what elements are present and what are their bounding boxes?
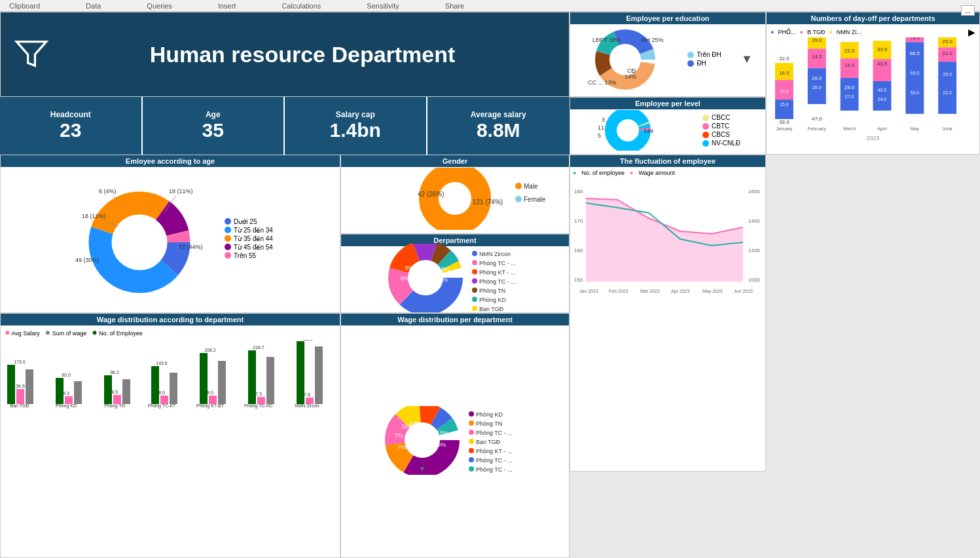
dayoff-legend-0: PHỒ...	[778, 29, 795, 35]
svg-marker-0	[16, 41, 46, 65]
svg-text:121 (74%): 121 (74%)	[473, 198, 503, 206]
svg-text:7%: 7%	[409, 282, 418, 288]
svg-text:Phòng TC - ...: Phòng TC - ...	[479, 260, 516, 267]
svg-text:Jan 2023: Jan 2023	[579, 289, 598, 293]
svg-text:20.5: 20.5	[780, 89, 789, 94]
svg-text:22.0: 22.0	[779, 56, 789, 62]
menu-data[interactable]: Data	[86, 2, 101, 10]
svg-text:29.0: 29.0	[942, 39, 953, 45]
svg-text:93.0: 93.0	[62, 373, 71, 377]
svg-point-86	[439, 183, 471, 214]
wage-chart-area: 173.0 34.6 5 Ban TGĐ 93.0 9.3 10 Phòng K…	[1, 339, 340, 555]
wage-dept-legend: ● Avg Salary ● Sum of wage ● No. of Empl…	[1, 326, 340, 339]
svg-text:10: 10	[67, 384, 72, 389]
dept-panel: Derpartment 39% 18% 16%	[340, 234, 570, 313]
edu-expand[interactable]: ▼	[741, 52, 753, 66]
svg-text:18: 18	[163, 375, 168, 380]
menu-insert[interactable]: Insert	[218, 2, 236, 10]
svg-text:April: April	[877, 126, 886, 132]
svg-text:5: 5	[18, 365, 21, 369]
svg-text:144: 144	[644, 128, 653, 134]
kpi-salary-cap: Salary cap 1.4bn	[285, 97, 427, 155]
svg-text:Ban TGĐ: Ban TGĐ	[10, 403, 29, 408]
svg-text:47.0: 47.0	[812, 116, 822, 122]
svg-point-118	[472, 297, 477, 302]
svg-text:40.5: 40.5	[878, 88, 887, 92]
age-l1: Từ 25 đến 34	[234, 227, 273, 234]
kpi-headcount-label: Headcount	[50, 110, 91, 119]
svg-text:1400: 1400	[748, 218, 760, 224]
dayoff-chart: 22.0 16.5 20.5 15.0 33.0 January 29.0 14…	[767, 37, 979, 146]
menu-calculations[interactable]: Calculations	[281, 2, 321, 10]
svg-text:11%: 11%	[423, 284, 435, 291]
edu-legend-item-0: Trên ĐH	[697, 51, 721, 58]
svg-text:Feb 2023: Feb 2023	[609, 289, 628, 293]
svg-text:Phòng TC-HC: Phòng TC-HC	[244, 403, 273, 409]
svg-point-108	[472, 251, 477, 256]
svg-text:26: 26	[211, 367, 217, 372]
svg-text:208.2: 208.2	[204, 348, 216, 352]
svg-text:30: 30	[260, 366, 265, 371]
wage-per-dept-panel: Wage distribution per department 12% 15%…	[340, 313, 570, 558]
wage-per-dept-chart: 12% 15% 15% 35% 7% 7% 10% Phòng KD Phòng…	[341, 326, 569, 555]
kpi-headcount-value: 23	[60, 119, 81, 141]
svg-rect-181	[218, 361, 226, 404]
svg-text:28.0: 28.0	[844, 84, 855, 90]
svg-text:24.0: 24.0	[878, 97, 887, 102]
svg-rect-160	[74, 381, 82, 404]
svg-text:7%: 7%	[397, 444, 406, 451]
svg-text:98.2: 98.2	[110, 370, 119, 375]
svg-text:9.3: 9.3	[63, 391, 69, 396]
svg-text:Jun 2023: Jun 2023	[734, 289, 753, 293]
svg-text:May 2023: May 2023	[702, 289, 723, 294]
svg-text:January: January	[776, 126, 793, 132]
svg-point-225	[469, 457, 474, 462]
svg-point-110	[472, 260, 477, 265]
svg-text:Phòng TN: Phòng TN	[479, 288, 505, 294]
svg-text:63: 63	[308, 356, 314, 360]
svg-text:Phòng TN: Phòng TN	[476, 420, 502, 427]
kpi-avg-salary: Average salary 8.8M	[427, 97, 570, 155]
svg-text:22.0: 22.0	[942, 50, 953, 56]
svg-text:143.6: 143.6	[156, 361, 168, 365]
svg-text:28.0: 28.0	[812, 75, 822, 81]
svg-rect-188	[266, 357, 274, 404]
kpi-salary-cap-label: Salary cap	[336, 110, 375, 119]
svg-text:34.6: 34.6	[16, 384, 25, 388]
menu-sensitivity[interactable]: Sensitivity	[367, 2, 399, 10]
svg-text:7.3: 7.3	[255, 392, 262, 396]
svg-text:LĐPT 38%: LĐPT 38%	[592, 37, 621, 43]
svg-text:5: 5	[598, 132, 601, 139]
svg-text:160: 160	[574, 248, 583, 253]
dayoff-legend-2: NMN Zi...	[837, 29, 862, 35]
svg-text:86.5: 86.5	[910, 50, 920, 56]
svg-rect-195	[315, 346, 323, 404]
kpi-age-label: Age	[206, 110, 221, 119]
fluc-legend-0: No. of employee	[581, 170, 625, 176]
dayoff-expand[interactable]: ▶	[968, 27, 975, 37]
svg-text:Phòng KD: Phòng KD	[479, 297, 507, 303]
menu-share[interactable]: Share	[445, 2, 464, 10]
svg-text:50.0: 50.0	[911, 90, 920, 95]
svg-text:33.5: 33.5	[877, 46, 888, 52]
age-l3: Từ 45 đến 54	[234, 244, 273, 251]
svg-text:Phòng TC - ...: Phòng TC - ...	[479, 278, 516, 285]
svg-text:18 (11%): 18 (11%)	[82, 213, 106, 219]
dayoff-legend-1: B.TGĐ	[807, 29, 826, 35]
age-l2: Từ 35 đến 44	[234, 235, 273, 242]
menu-clipboard[interactable]: Clipboard	[9, 2, 40, 10]
age-l4: Trên 55	[234, 252, 256, 259]
edu-title: Employee per education	[570, 12, 765, 24]
fluc-legend-1: Wage amount	[638, 170, 675, 176]
svg-text:492.8: 492.8	[301, 340, 313, 341]
svg-text:Ban TGĐ: Ban TGĐ	[479, 306, 504, 312]
edu-panel: Employee per education LĐPT 38% ĐH 25% C…	[570, 12, 766, 97]
svg-text:June: June	[943, 126, 953, 131]
svg-text:March: March	[843, 126, 856, 131]
svg-text:▼: ▼	[418, 464, 426, 474]
svg-point-217	[469, 420, 474, 426]
svg-text:16%: 16%	[436, 276, 448, 283]
menu-queries[interactable]: Queries	[147, 2, 172, 10]
svg-point-112	[472, 269, 477, 274]
svg-text:8.0: 8.0	[207, 390, 213, 395]
